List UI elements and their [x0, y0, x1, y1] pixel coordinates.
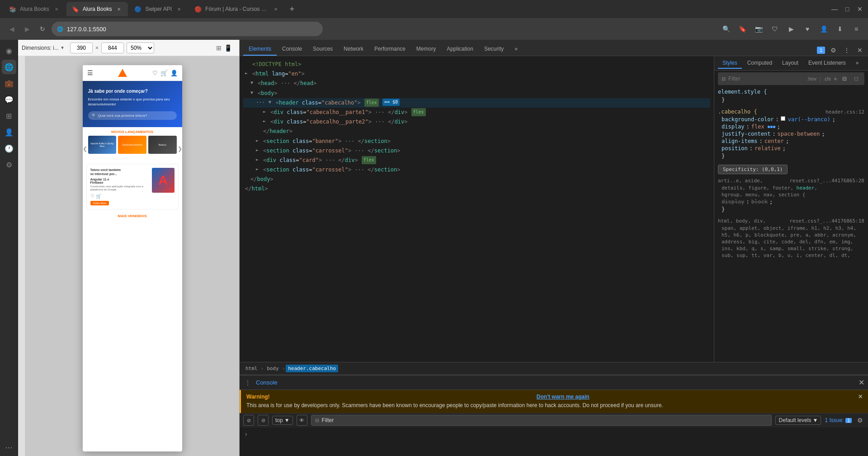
- browser-add-btn[interactable]: 🔖: [736, 23, 749, 35]
- html-arrow-carrossel2[interactable]: ►: [256, 166, 261, 173]
- sidebar-icon-briefcase[interactable]: 💼: [2, 76, 16, 90]
- zoom-select[interactable]: 50% 75% 100%: [127, 43, 154, 53]
- html-arrow-html[interactable]: ►: [245, 70, 250, 77]
- console-grab-icon: ⋮: [243, 378, 252, 387]
- dt-tab-security[interactable]: Security: [479, 43, 509, 56]
- devtools-settings-button[interactable]: ⚙: [829, 45, 838, 56]
- search-btn[interactable]: 🔍: [720, 23, 732, 35]
- html-arrow-carrossel1[interactable]: ►: [256, 147, 261, 154]
- forward-button[interactable]: ▶: [21, 23, 33, 35]
- console-settings-icon[interactable]: ⚙: [855, 416, 864, 425]
- tab-close-1[interactable]: ✕: [53, 5, 60, 13]
- device-icon[interactable]: 📱: [224, 44, 232, 52]
- devtools-close-button[interactable]: ✕: [855, 45, 864, 56]
- download-btn[interactable]: ⬇: [834, 23, 846, 35]
- console-tab-label[interactable]: Console: [256, 379, 278, 386]
- sidebar-icon-chat[interactable]: 💬: [2, 92, 16, 107]
- styles-tab-layout[interactable]: Layout: [778, 58, 803, 69]
- html-arrow-parte2[interactable]: ►: [263, 118, 269, 125]
- sidebar-more-button[interactable]: ···: [5, 442, 13, 452]
- tab-swiper[interactable]: 🔵 Swiper API ✕: [129, 2, 188, 16]
- warning-title: Warning! Don't warn me again ✕: [246, 394, 863, 400]
- html-arrow-body[interactable]: ▼: [250, 89, 256, 96]
- style-source-reset1[interactable]: reset.css?_...44176865:28: [789, 178, 864, 184]
- html-arrow-parte1[interactable]: ►: [263, 108, 269, 115]
- favorites-btn[interactable]: ♥: [801, 23, 814, 35]
- styles-tab-styles[interactable]: Styles: [718, 58, 742, 69]
- dimensions-chevron-icon[interactable]: ▼: [60, 45, 65, 50]
- html-arrow-card[interactable]: ►: [256, 156, 261, 163]
- sidebar-icon-circle[interactable]: ◉: [2, 43, 16, 58]
- play-btn[interactable]: ▶: [785, 23, 797, 35]
- styles-tab-event-listeners[interactable]: Event Listeners: [804, 58, 850, 69]
- styles-tab-computed[interactable]: Computed: [743, 58, 777, 69]
- screenshot-btn[interactable]: 📷: [752, 23, 765, 35]
- styles-icon-btn-1[interactable]: ⊟: [840, 74, 849, 83]
- profile-btn[interactable]: 👤: [817, 23, 830, 35]
- console-levels-dropdown[interactable]: Default levels ▼: [775, 416, 821, 425]
- tab-close-2[interactable]: ✕: [115, 5, 123, 13]
- minimize-button[interactable]: —: [830, 5, 839, 14]
- address-bar[interactable]: 🌐 127.0.0.1:5500: [52, 22, 323, 36]
- sidebar-icon-grid[interactable]: ⊞: [2, 109, 16, 123]
- flex-badge-card: flex: [362, 156, 376, 164]
- reload-button[interactable]: ↻: [36, 23, 49, 35]
- html-line-header[interactable]: ··· ▼ <header class="cabecalho"> flex ==…: [243, 98, 710, 108]
- responsive-icon[interactable]: ⊞: [216, 44, 222, 52]
- html-arrow-header[interactable]: ▼: [269, 99, 274, 106]
- console-issues[interactable]: 1 Issue: 1: [825, 417, 852, 423]
- html-arrow-head[interactable]: ▼: [250, 79, 256, 86]
- dt-tab-application[interactable]: Application: [441, 43, 479, 56]
- issues-counter[interactable]: 1: [817, 47, 825, 54]
- sidebar-icon-gear[interactable]: ⚙: [2, 157, 16, 172]
- promo-saiba-mais-button[interactable]: Saiba Mais: [90, 201, 109, 205]
- mobile-nav-icons: ♡ 🛒 👤: [152, 70, 178, 76]
- viewport-width-input[interactable]: [70, 43, 93, 53]
- new-tab-button[interactable]: +: [286, 3, 298, 15]
- tab-close-4[interactable]: ✕: [272, 5, 279, 13]
- style-block-cabecalho: .cabecalho { header.css:12 background-co…: [718, 109, 864, 160]
- dt-tab-console[interactable]: Console: [277, 43, 307, 56]
- back-button[interactable]: ◀: [5, 23, 18, 35]
- maximize-button[interactable]: □: [843, 5, 852, 14]
- console-top-dropdown[interactable]: top ▼: [272, 416, 293, 425]
- styles-tab-more[interactable]: »: [851, 58, 863, 69]
- breadcrumb-html[interactable]: html: [243, 365, 260, 372]
- dt-tab-elements[interactable]: Elements: [243, 43, 277, 56]
- dt-tab-memory[interactable]: Memory: [411, 43, 441, 56]
- sidebar-icon-web[interactable]: 🌐: [2, 60, 16, 74]
- menu-btn[interactable]: ≡: [850, 23, 863, 35]
- styles-icon-btn-2[interactable]: □: [852, 74, 861, 83]
- html-arrow-banner[interactable]: ►: [256, 137, 261, 144]
- console-close-button[interactable]: ✕: [859, 378, 864, 387]
- dt-tab-network[interactable]: Network: [338, 43, 369, 56]
- styles-filter-input[interactable]: [728, 76, 804, 82]
- warning-close-icon[interactable]: ✕: [858, 394, 863, 400]
- console-ban-button[interactable]: ⊘: [258, 415, 269, 426]
- breadcrumb-body[interactable]: body: [264, 365, 281, 372]
- tab-alurabooks-1[interactable]: 📚 Alura Books ✕: [4, 2, 66, 16]
- console-clear-button[interactable]: ⊘: [243, 415, 254, 426]
- devtools-more-button[interactable]: ⋮: [842, 45, 852, 56]
- dt-tab-sources[interactable]: Sources: [307, 43, 338, 56]
- dt-tab-more[interactable]: »: [509, 43, 523, 56]
- sidebar-icon-clock[interactable]: 🕐: [2, 141, 16, 156]
- style-source-reset2[interactable]: reset.css?_...44176865:18: [789, 218, 864, 224]
- breadcrumb-header[interactable]: header.cabecalho: [286, 365, 338, 372]
- dont-warn-link[interactable]: Don't warn me again: [537, 394, 590, 400]
- styles-cls-button[interactable]: .cls: [823, 76, 831, 81]
- shield-btn[interactable]: 🛡: [769, 23, 781, 35]
- tab-forum[interactable]: 🔴 Fórum | Alura - Cursos onli... ✕: [189, 2, 285, 16]
- styles-add-button[interactable]: +: [834, 75, 837, 82]
- html-line-doctype: <!DOCTYPE html>: [243, 60, 710, 69]
- close-button[interactable]: ✕: [855, 5, 864, 14]
- tab-alurabooks-2[interactable]: 🔖 Alura Books ✕: [66, 2, 128, 16]
- style-source-cabecalho[interactable]: header.css:12: [826, 109, 864, 115]
- console-eye-button[interactable]: 👁: [297, 415, 307, 426]
- sidebar-icon-person[interactable]: 👤: [2, 125, 16, 139]
- viewport-height-input[interactable]: [101, 43, 124, 53]
- styles-hov-button[interactable]: :hov: [807, 76, 816, 81]
- dt-tab-performance[interactable]: Performance: [369, 43, 411, 56]
- title-bar-tabs: 📚 Alura Books ✕ 🔖 Alura Books ✕ 🔵 Swiper…: [4, 2, 298, 16]
- tab-close-3[interactable]: ✕: [175, 5, 183, 13]
